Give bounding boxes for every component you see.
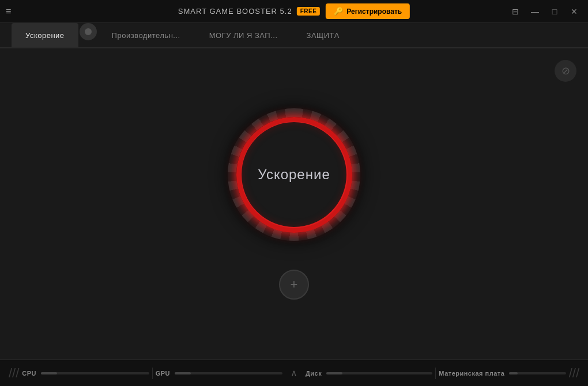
tab-protect-label: ЗАЩИТА [307, 31, 340, 40]
register-button[interactable]: 🔑 Регистрировать [326, 3, 410, 19]
title-bar-right: ⊟ — □ ✕ [507, 3, 582, 20]
tab-canrun-label: МОГУ ЛИ Я ЗАП... [209, 31, 278, 40]
no-icon[interactable]: ⊘ [555, 60, 576, 82]
settings-button[interactable]: ⊟ [507, 3, 523, 20]
minimize-button[interactable]: — [527, 3, 543, 20]
gpu-widget: GPU [156, 370, 282, 377]
divider-1 [152, 368, 153, 379]
right-decor-icon: /// [566, 366, 582, 381]
close-button[interactable]: ✕ [566, 3, 582, 20]
left-decor-icon: /// [6, 366, 22, 381]
boost-inner-ring: Ускорение [239, 120, 349, 229]
mb-progress-bar [509, 372, 566, 374]
title-wrapper: Smart Game Booster 5.2 FREE [178, 7, 320, 16]
nav-separator [80, 23, 97, 40]
gpu-label: GPU [156, 370, 170, 377]
tab-performance-label: Производительн... [112, 31, 180, 40]
mb-progress-fill [509, 372, 518, 374]
title-bar-left: ≡ [6, 6, 11, 17]
tab-canrun[interactable]: МОГУ ЛИ Я ЗАП... [195, 23, 292, 47]
gpu-progress-fill [175, 372, 191, 374]
plus-icon: + [291, 278, 298, 291]
tab-boost[interactable]: Ускорение [12, 23, 78, 47]
tab-performance[interactable]: Производительн... [98, 23, 194, 47]
boost-outer-ring: Ускорение [228, 108, 360, 241]
register-label: Регистрировать [346, 7, 402, 16]
bottom-bar: /// CPU GPU ∧ Диск Материнская плата /// [0, 359, 588, 386]
maximize-button[interactable]: □ [546, 3, 563, 20]
mb-label: Материнская плата [439, 370, 504, 377]
cpu-progress-fill [41, 372, 57, 374]
cpu-progress-bar [41, 372, 149, 374]
disk-label: Диск [306, 370, 322, 377]
title-center: Smart Game Booster 5.2 FREE 🔑 Регистриро… [178, 3, 410, 19]
title-bar: ≡ Smart Game Booster 5.2 FREE 🔑 Регистри… [0, 0, 588, 23]
boost-text: Ускорение [258, 166, 330, 183]
tab-protect[interactable]: ЗАЩИТА [293, 23, 353, 47]
gpu-progress-bar [175, 372, 282, 374]
divider-2 [435, 368, 436, 379]
nav-tabs: Ускорение Производительн... МОГУ ЛИ Я ЗА… [0, 23, 588, 48]
disk-progress-bar [326, 372, 432, 374]
app-title: Smart Game Booster 5.2 [178, 7, 292, 16]
disk-progress-fill [326, 372, 342, 374]
disk-widget: Диск [306, 370, 432, 377]
mb-widget: Материнская плата [439, 370, 566, 377]
plus-button[interactable]: + [279, 270, 309, 300]
menu-icon[interactable]: ≡ [6, 6, 11, 17]
bottom-center: ∧ [282, 368, 306, 379]
main-content: ⊘ Ускорение + [0, 48, 588, 359]
boost-container: Ускорение + [228, 108, 360, 300]
tab-boost-label: Ускорение [25, 31, 65, 40]
free-badge: FREE [297, 7, 321, 16]
key-icon: 🔑 [334, 7, 343, 16]
up-arrow-icon[interactable]: ∧ [291, 368, 297, 379]
cpu-widget: CPU [22, 370, 149, 377]
boost-button[interactable]: Ускорение [228, 108, 360, 241]
cpu-label: CPU [22, 370, 36, 377]
